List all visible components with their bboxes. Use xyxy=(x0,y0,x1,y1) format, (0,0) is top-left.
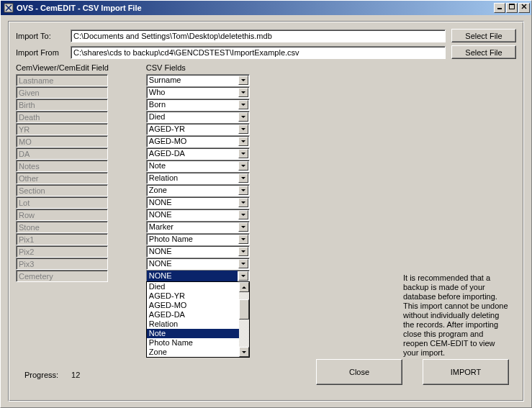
import-to-field[interactable] xyxy=(71,30,446,42)
combo-text: Zone xyxy=(147,185,238,196)
bottom-buttons: Close IMPORT xyxy=(316,359,509,385)
close-dialog-button[interactable]: Close xyxy=(316,359,402,385)
csv-field-combo[interactable]: Surname xyxy=(146,74,250,86)
combo-text: Born xyxy=(147,99,238,110)
combo-text: NONE xyxy=(147,258,238,269)
csv-field-combo[interactable]: NONE xyxy=(146,270,250,282)
chevron-down-icon[interactable] xyxy=(238,76,248,85)
combo-text: NONE xyxy=(147,197,238,208)
window-title: OVS - CemEDIT - CSV Import File xyxy=(17,4,494,12)
main-panel: Import To: Select File Import From Selec… xyxy=(8,21,524,402)
scroll-track[interactable] xyxy=(239,292,249,347)
cem-fields-header: CemViewer/CemEdit Field xyxy=(16,63,109,72)
combo-text: NONE xyxy=(147,271,238,281)
svg-rect-3 xyxy=(509,4,515,5)
csv-field-combo[interactable]: Photo Name xyxy=(146,233,250,245)
cem-field: Lastname xyxy=(16,74,108,86)
import-to-row: Import To: Select File xyxy=(16,29,516,42)
csv-field-combo[interactable]: Who xyxy=(146,86,250,99)
chevron-down-icon[interactable] xyxy=(238,210,248,219)
chevron-down-icon[interactable] xyxy=(238,161,248,171)
cem-field: DA xyxy=(16,148,108,160)
csv-field-combo[interactable]: Marker xyxy=(146,221,250,233)
dropdown-option[interactable]: AGED-DA xyxy=(147,310,249,319)
csv-field-combo[interactable]: NONE xyxy=(146,209,250,221)
cem-field: Pix3 xyxy=(16,258,108,270)
scroll-up-button[interactable] xyxy=(239,282,249,292)
chevron-down-icon[interactable] xyxy=(238,124,248,134)
cem-field: Birth xyxy=(16,99,108,111)
import-from-label: Import From xyxy=(16,48,71,57)
dropdown-option[interactable]: Note xyxy=(147,329,249,338)
csv-fields-list: SurnameWhoBornDiedAGED-YRAGED-MOAGED-DAN… xyxy=(146,74,250,282)
import-to-label: Import To: xyxy=(16,32,71,40)
progress-row: Progress: 12 xyxy=(24,371,80,379)
app-icon xyxy=(4,3,14,13)
chevron-down-icon[interactable] xyxy=(238,173,248,183)
csv-field-combo[interactable]: Died xyxy=(146,111,250,123)
scroll-down-button[interactable] xyxy=(239,347,249,357)
cem-field: Other xyxy=(16,172,108,184)
csv-field-combo[interactable]: AGED-DA xyxy=(146,148,250,160)
cem-field: Notes xyxy=(16,160,108,172)
combo-text: AGED-DA xyxy=(147,148,238,159)
select-file-to-button[interactable]: Select File xyxy=(451,29,516,42)
cem-fields-list: LastnameGivenBirthDeathYRMODANotesOtherS… xyxy=(16,74,109,282)
chevron-down-icon[interactable] xyxy=(238,137,248,146)
csv-fields-header: CSV Fields xyxy=(146,63,250,72)
chevron-down-icon[interactable] xyxy=(238,88,248,97)
chevron-down-icon[interactable] xyxy=(238,222,248,232)
cem-field: Given xyxy=(16,86,108,99)
dropdown-option[interactable]: Died xyxy=(147,282,249,291)
content-area: Import To: Select File Import From Selec… xyxy=(1,15,531,407)
combo-text: Who xyxy=(147,87,238,98)
csv-field-combo[interactable]: NONE xyxy=(146,196,250,209)
chevron-down-icon[interactable] xyxy=(238,259,248,268)
chevron-down-icon[interactable] xyxy=(238,112,248,122)
cem-field: Stone xyxy=(16,221,108,233)
combo-text: Note xyxy=(147,160,238,171)
progress-value: 12 xyxy=(71,371,80,379)
chevron-down-icon[interactable] xyxy=(238,198,248,207)
dropdown-scrollbar[interactable] xyxy=(239,282,249,357)
chevron-down-icon[interactable] xyxy=(238,100,248,109)
csv-field-combo[interactable]: Relation xyxy=(146,172,250,184)
select-file-from-button[interactable]: Select File xyxy=(451,45,516,59)
dropdown-option[interactable]: Zone xyxy=(147,348,249,357)
close-button[interactable] xyxy=(518,3,530,13)
csv-field-combo[interactable]: AGED-MO xyxy=(146,135,250,148)
csv-field-combo[interactable]: AGED-YR xyxy=(146,123,250,135)
chevron-down-icon[interactable] xyxy=(238,235,248,244)
combo-text: NONE xyxy=(147,209,238,220)
progress-label: Progress: xyxy=(24,371,58,379)
combo-text: NONE xyxy=(147,246,238,257)
chevron-down-icon[interactable] xyxy=(238,271,248,281)
csv-field-combo[interactable]: Born xyxy=(146,99,250,111)
csv-field-combo[interactable]: Note xyxy=(146,160,250,172)
combo-text: Died xyxy=(147,112,238,122)
combo-text: Photo Name xyxy=(147,234,238,245)
chevron-down-icon[interactable] xyxy=(238,186,248,195)
maximize-button[interactable] xyxy=(506,3,518,13)
import-button[interactable]: IMPORT xyxy=(423,359,509,385)
cem-field: Pix1 xyxy=(16,233,108,245)
dropdown-option[interactable]: Relation xyxy=(147,319,249,329)
dropdown-option[interactable]: AGED-MO xyxy=(147,301,249,310)
dropdown-option[interactable]: Photo Name xyxy=(147,338,249,348)
import-from-field[interactable] xyxy=(71,46,446,59)
titlebar: OVS - CemEDIT - CSV Import File xyxy=(1,1,531,15)
scroll-thumb[interactable] xyxy=(239,299,249,319)
window-controls xyxy=(494,3,530,13)
minimize-button[interactable] xyxy=(494,3,505,13)
csv-field-combo[interactable]: NONE xyxy=(146,245,250,258)
csv-field-combo[interactable]: Zone xyxy=(146,184,250,196)
chevron-down-icon[interactable] xyxy=(238,149,248,158)
chevron-down-icon[interactable] xyxy=(238,247,248,256)
recommendation-text: It is recommended that a backup is made … xyxy=(403,273,509,358)
combo-text: AGED-YR xyxy=(147,124,238,135)
csv-dropdown-list[interactable]: DiedAGED-YRAGED-MOAGED-DARelationNotePho… xyxy=(146,281,250,358)
main-window: OVS - CemEDIT - CSV Import File Import T… xyxy=(0,0,532,408)
csv-field-combo[interactable]: NONE xyxy=(146,258,250,270)
cem-field: Section xyxy=(16,184,108,196)
dropdown-option[interactable]: AGED-YR xyxy=(147,291,249,301)
